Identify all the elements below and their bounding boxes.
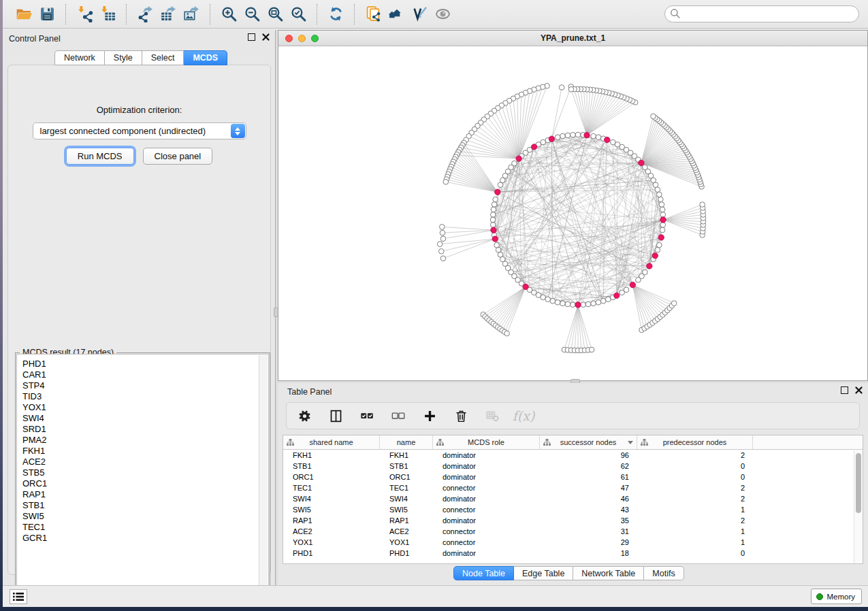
cell[interactable]: 2 [637, 515, 753, 526]
show-columns-button[interactable] [327, 408, 344, 424]
cell[interactable]: ORC1 [283, 472, 380, 482]
leaf-node[interactable] [443, 180, 449, 185]
open-browser-button[interactable] [385, 3, 408, 25]
result-node-item[interactable]: GCR1 [22, 533, 268, 544]
mcds-hub-node[interactable] [647, 263, 652, 269]
mcds-hub-node[interactable] [630, 282, 635, 288]
cell[interactable]: STB1 [380, 461, 433, 472]
column-header-mcds-role[interactable]: MCDS role [433, 435, 540, 449]
table-row[interactable]: ORC1ORC1dominator610 [283, 472, 863, 482]
table-row[interactable]: PHD1PHD1dominator180 [283, 548, 863, 559]
cell[interactable]: 62 [540, 461, 637, 472]
ring-node[interactable] [643, 269, 648, 275]
mcds-hub-node[interactable] [639, 160, 644, 165]
table-row[interactable]: SWI5SWI5connector431 [283, 504, 863, 515]
ring-node[interactable] [545, 297, 551, 302]
cell[interactable]: RAP1 [283, 515, 380, 526]
ring-node[interactable] [560, 301, 566, 306]
leaf-node[interactable] [438, 249, 444, 254]
leaf-node[interactable] [559, 85, 564, 90]
ring-node[interactable] [550, 299, 556, 304]
ring-node[interactable] [560, 133, 566, 139]
cell[interactable]: SWI5 [283, 504, 380, 515]
zoom-selected-button[interactable] [287, 3, 310, 25]
float-panel-icon[interactable] [248, 33, 255, 41]
run-mcds-button[interactable]: Run MCDS [66, 148, 134, 165]
cell[interactable]: ACE2 [283, 526, 380, 537]
mcds-hub-node[interactable] [575, 302, 581, 308]
zoom-in-button[interactable] [217, 3, 240, 25]
export-table-button[interactable] [157, 3, 180, 25]
result-node-item[interactable]: STP4 [22, 380, 268, 391]
export-network-button[interactable] [133, 3, 157, 25]
cell[interactable]: SWI4 [380, 493, 433, 504]
table-row[interactable]: FKH1FKH1dominator962 [283, 450, 863, 461]
leaf-node[interactable] [568, 86, 574, 92]
ring-node[interactable] [498, 182, 503, 188]
result-node-item[interactable]: TEC1 [22, 522, 268, 533]
mcds-hub-node[interactable] [492, 236, 498, 242]
sort-desc-icon[interactable] [628, 441, 633, 444]
ring-node[interactable] [591, 133, 596, 139]
cell[interactable]: 18 [540, 548, 637, 559]
table-row[interactable]: ACE2ACE2connector311 [283, 526, 863, 537]
cell[interactable]: 47 [540, 482, 637, 493]
cell[interactable]: connector [433, 482, 540, 493]
tab-node-table[interactable]: Node Table [453, 566, 514, 580]
cell[interactable]: 96 [540, 450, 637, 461]
criterion-dropdown[interactable]: largest connected component (undirected) [33, 122, 246, 139]
mcds-hub-node[interactable] [516, 156, 521, 161]
ring-node[interactable] [591, 301, 596, 306]
cell[interactable]: dominator [433, 461, 540, 472]
leaf-node[interactable] [700, 202, 705, 208]
cell[interactable]: connector [433, 504, 540, 515]
column-header-name[interactable]: name [380, 435, 433, 449]
ring-node[interactable] [570, 132, 576, 137]
memory-button[interactable]: Memory [811, 589, 862, 604]
cell[interactable]: dominator [433, 548, 540, 559]
cell[interactable]: 46 [540, 493, 637, 504]
mcds-hub-node[interactable] [549, 136, 554, 142]
import-table-button[interactable] [96, 3, 119, 25]
ring-node[interactable] [660, 222, 666, 228]
mcds-hub-node[interactable] [652, 253, 658, 259]
mcds-hub-node[interactable] [584, 132, 590, 137]
leaf-node[interactable] [504, 331, 510, 336]
ring-node[interactable] [496, 248, 501, 253]
leaf-node[interactable] [439, 225, 445, 230]
cell[interactable]: 2 [637, 493, 753, 504]
zoom-fit-button[interactable] [263, 3, 287, 25]
table-row[interactable]: TEC1TEC1connector472 [283, 482, 863, 493]
cell[interactable]: RAP1 [380, 515, 433, 526]
cell[interactable]: 2 [637, 450, 753, 461]
table-row[interactable]: YOX1YOX1connector291 [283, 537, 863, 548]
leaf-node[interactable] [589, 347, 594, 352]
close-table-panel-icon[interactable] [855, 386, 863, 394]
column-header-predecessor-nodes[interactable]: predecessor nodes [637, 435, 753, 449]
cell[interactable]: TEC1 [380, 482, 433, 493]
window-close-icon[interactable] [285, 35, 293, 42]
cell[interactable]: PHD1 [283, 548, 380, 559]
leaf-node[interactable] [440, 236, 446, 242]
ring-node[interactable] [657, 242, 662, 248]
add-column-button[interactable] [421, 408, 438, 424]
cell[interactable]: connector [433, 526, 540, 537]
cell[interactable]: FKH1 [283, 450, 380, 461]
cell[interactable]: 1 [637, 504, 753, 515]
mcds-hub-node[interactable] [658, 235, 664, 240]
column-header-shared-name[interactable]: shared name [283, 435, 380, 449]
result-node-item[interactable]: STB5 [22, 467, 268, 478]
table-row[interactable]: SWI4SWI4dominator462 [283, 493, 863, 504]
ring-node[interactable] [493, 197, 498, 202]
deselect-all-button[interactable] [390, 408, 406, 424]
mcds-hub-node[interactable] [491, 227, 496, 233]
leaf-node[interactable] [651, 114, 656, 119]
ring-node[interactable] [575, 132, 581, 137]
tab-network[interactable]: Network [54, 50, 105, 65]
cell[interactable]: 0 [637, 461, 753, 472]
panel-menu-button[interactable] [10, 589, 27, 604]
cell[interactable]: dominator [433, 515, 540, 526]
import-network-button[interactable] [73, 3, 96, 25]
ring-node[interactable] [494, 242, 500, 248]
result-node-item[interactable]: STB1 [22, 500, 268, 511]
